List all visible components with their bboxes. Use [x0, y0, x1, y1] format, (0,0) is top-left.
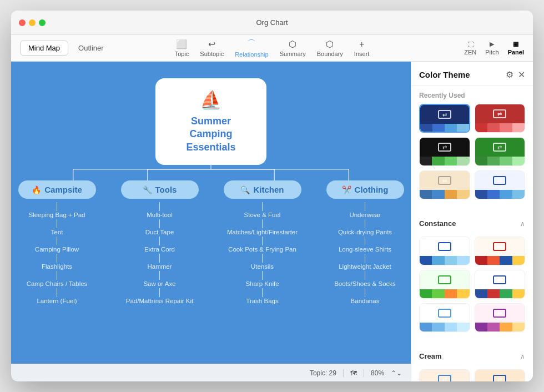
theme-card-c2[interactable]: [475, 237, 526, 265]
cream-chevron: ∧: [520, 353, 525, 360]
list-item: Duct Tape: [143, 228, 177, 237]
list-item: Extra Cord: [142, 245, 177, 254]
boundary-icon: ⬡: [326, 39, 334, 49]
map-icon: 🗺: [350, 369, 357, 377]
cream-label: Cream: [419, 352, 441, 360]
constance-section-header[interactable]: Constance ∧: [411, 215, 533, 231]
list-item: Boots/Shoes & Socks: [332, 280, 398, 288]
root-title: Summer Camping Essentials: [172, 115, 250, 154]
child-col-kitchen: 🔍 Kitchen Stove & Fuel Matches/Light/Fir…: [219, 180, 305, 305]
theme-card-c1[interactable]: [419, 237, 470, 265]
theme-card-c6[interactable]: [475, 303, 526, 332]
child-node-kitchen: 🔍 Kitchen: [224, 180, 301, 199]
right-panel: Color Theme ⚙ ✕ Recently Used: [411, 62, 533, 381]
connector: [365, 237, 365, 245]
pitch-button[interactable]: ▶ Pitch: [485, 41, 498, 56]
panel-header: Color Theme ⚙ ✕: [411, 62, 533, 86]
toolbar: Mind Map Outliner ⬜ Topic ↩ Subtopic ⌒ R…: [11, 35, 533, 62]
connector: [57, 202, 57, 211]
pitch-icon: ▶: [490, 41, 494, 48]
list-item: Sleeping Bag + Pad: [27, 211, 88, 219]
connector: [57, 254, 57, 263]
campsite-icon: 🔥: [32, 185, 41, 194]
tools-label: Tools: [155, 185, 177, 194]
connector: [365, 254, 365, 263]
tab-mindmap[interactable]: Mind Map: [20, 41, 68, 56]
theme-card-dark-blue[interactable]: [419, 104, 470, 133]
tool-relationship-label: Relationship: [235, 51, 269, 58]
constance-chevron: ∧: [520, 220, 525, 228]
tools-icon: 🔧: [143, 185, 152, 194]
kitchen-icon: 🔍: [240, 185, 250, 194]
list-item: Camp Chairs / Tables: [24, 280, 90, 288]
list-item: Lightweight Jacket: [336, 263, 394, 271]
theme-card-c3[interactable]: [419, 270, 470, 299]
tool-boundary[interactable]: ⬡ Boundary: [317, 39, 343, 57]
main-content: ⛵ Summer Camping Essentials 🔥 Campsite S…: [11, 62, 533, 381]
children-row: 🔥 Campsite Sleeping Bag + Pad Tent Campi…: [14, 180, 408, 305]
child-col-tools: 🔧 Tools Multi-tool Duct Tape Extra Cord …: [117, 180, 203, 305]
theme-card-black[interactable]: [419, 137, 470, 166]
list-item: Bandanas: [349, 297, 382, 305]
zen-button[interactable]: ⛶ ZEN: [464, 41, 476, 56]
panel-button[interactable]: ▦ Panel: [508, 41, 524, 56]
maximize-button[interactable]: [39, 19, 46, 26]
connector: [365, 202, 365, 211]
cream-section: [411, 364, 533, 381]
theme-card-cr1[interactable]: [419, 369, 470, 381]
tool-subtopic[interactable]: ↩ Subtopic: [200, 39, 224, 57]
minimize-button[interactable]: [29, 19, 36, 26]
close-button[interactable]: [19, 19, 26, 26]
tool-summary[interactable]: ⬡ Summary: [280, 39, 306, 57]
list-item: Trash Bags: [244, 297, 280, 305]
mindmap: ⛵ Summer Camping Essentials 🔥 Campsite S…: [11, 62, 411, 364]
child-node-tools: 🔧 Tools: [121, 180, 199, 199]
tool-topic[interactable]: ⬜ Topic: [175, 39, 189, 57]
connector: [57, 288, 57, 297]
summary-icon: ⬡: [289, 39, 296, 49]
list-item: Tent: [49, 228, 66, 237]
theme-card-green[interactable]: [475, 137, 526, 166]
panel-customize-icon[interactable]: ⚙: [506, 69, 513, 80]
panel-icon: ▦: [513, 41, 518, 48]
connector: [159, 237, 160, 245]
connector: [262, 254, 263, 263]
constance-label: Constance: [419, 219, 456, 228]
recently-used-label: Recently Used: [419, 92, 525, 99]
canvas-area[interactable]: ⛵ Summer Camping Essentials 🔥 Campsite S…: [11, 62, 411, 381]
connector: [159, 254, 160, 263]
list-item: Lantern (Fuel): [34, 297, 79, 305]
list-item: Sharp Knife: [243, 280, 281, 288]
panel-title: Color Theme: [419, 70, 470, 79]
list-item: Camping Pillow: [33, 245, 81, 254]
tool-insert[interactable]: + Insert: [354, 39, 370, 57]
campsite-label: Campsite: [44, 185, 82, 194]
toolbar-tools: ⬜ Topic ↩ Subtopic ⌒ Relationship ⬡ Summ…: [175, 38, 370, 58]
connector: [159, 202, 160, 211]
connector: [159, 219, 160, 228]
theme-card-cream[interactable]: [419, 170, 470, 199]
insert-icon: +: [359, 39, 364, 49]
theme-card-red[interactable]: [475, 104, 526, 133]
theme-card-c4[interactable]: [475, 270, 526, 299]
clothing-icon: ✂️: [342, 185, 351, 194]
connector: [365, 288, 365, 297]
panel-close-icon[interactable]: ✕: [518, 69, 525, 80]
tool-summary-label: Summary: [280, 51, 306, 57]
child-col-clothing: ✂️ Clothing Underwear Quick-drying Pants…: [322, 180, 408, 305]
topic-icon: ⬜: [176, 39, 187, 49]
list-item: Hammer: [145, 263, 174, 271]
zen-label: ZEN: [464, 49, 476, 56]
tool-relationship[interactable]: ⌒ Relationship: [235, 38, 269, 58]
connector: [159, 288, 160, 297]
connector: [365, 271, 365, 280]
toolbar-right: ⛶ ZEN ▶ Pitch ▦ Panel: [464, 41, 524, 56]
cream-section-header[interactable]: Cream ∧: [411, 348, 533, 364]
zoom-stepper[interactable]: ⌃⌄: [391, 369, 402, 377]
topic-count: Topic: 29: [310, 369, 336, 377]
theme-card-c5[interactable]: [419, 303, 470, 332]
theme-card-navy-white[interactable]: [475, 170, 526, 199]
tab-outliner[interactable]: Outliner: [70, 41, 112, 56]
connector: [262, 288, 263, 297]
theme-card-cr2[interactable]: [475, 369, 526, 381]
